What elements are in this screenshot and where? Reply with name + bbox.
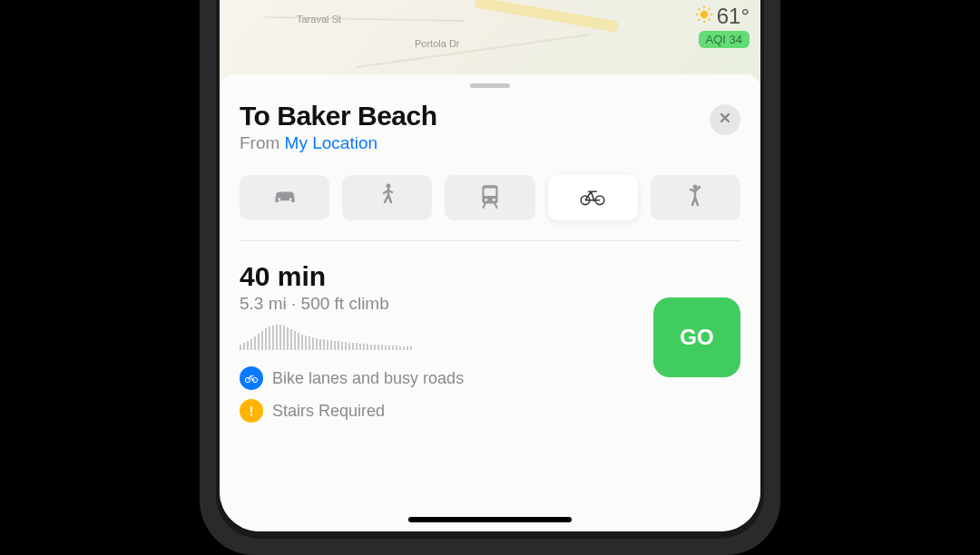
walk-icon	[373, 182, 402, 213]
rideshare-icon	[681, 182, 710, 213]
map-street-label: Portola Dr	[415, 38, 460, 49]
go-button[interactable]: GO	[653, 297, 740, 377]
temp-value: 61°	[717, 4, 750, 29]
svg-line-5	[698, 9, 700, 11]
svg-point-18	[593, 200, 595, 201]
svg-rect-64	[399, 346, 401, 350]
svg-rect-23	[250, 339, 252, 350]
svg-rect-44	[327, 340, 328, 350]
aqi-badge: AQI 34	[699, 31, 750, 48]
route-distance-climb: 5.3 mi · 500 ft climb	[240, 294, 653, 314]
sheet-grabber[interactable]	[470, 83, 510, 88]
svg-rect-49	[345, 342, 347, 350]
svg-line-6	[708, 19, 710, 21]
from-label: From	[240, 133, 285, 152]
svg-rect-54	[363, 344, 365, 350]
svg-rect-45	[330, 340, 332, 350]
svg-rect-34	[290, 329, 292, 350]
svg-rect-56	[370, 345, 372, 350]
transit-icon	[475, 182, 505, 213]
svg-rect-27	[265, 328, 267, 350]
route-info-bike-lanes: Bike lanes and busy roads	[240, 366, 653, 390]
svg-rect-43	[323, 339, 325, 350]
svg-rect-42	[319, 339, 321, 350]
svg-rect-36	[298, 333, 299, 350]
svg-rect-30	[276, 325, 278, 350]
svg-rect-53	[359, 344, 361, 350]
destination-title: To Baker Beach	[240, 101, 437, 131]
weather-widget[interactable]: 61° AQI 34	[695, 4, 750, 48]
mode-tab-bike[interactable]	[548, 175, 638, 220]
map-background[interactable]: Taraval St Portola Dr 61° AQI 34	[220, 0, 760, 82]
from-row: From My Location	[240, 133, 437, 153]
svg-line-7	[698, 19, 700, 21]
route-time: 40 min	[240, 261, 653, 292]
map-street-label: Taraval St	[297, 14, 341, 24]
svg-point-9	[278, 198, 280, 200]
mode-tab-rideshare[interactable]	[651, 175, 740, 220]
destination-header: To Baker Beach From My Location	[240, 101, 437, 153]
close-button[interactable]	[710, 104, 740, 135]
svg-rect-40	[312, 337, 314, 350]
svg-rect-55	[367, 344, 368, 350]
svg-rect-58	[377, 345, 379, 350]
svg-rect-32	[283, 326, 285, 350]
svg-point-14	[485, 199, 487, 201]
from-location-link[interactable]: My Location	[285, 133, 377, 152]
close-icon	[718, 111, 732, 129]
svg-rect-62	[392, 346, 394, 350]
mode-tab-car[interactable]	[240, 175, 329, 220]
info-text: Bike lanes and busy roads	[272, 369, 464, 388]
weather-temperature: 61°	[695, 4, 750, 29]
svg-rect-57	[374, 345, 376, 350]
svg-point-71	[250, 414, 252, 415]
svg-rect-37	[301, 335, 303, 350]
svg-rect-70	[250, 406, 252, 413]
phone-inner: Taraval St Portola Dr 61° AQI 34	[216, 0, 764, 539]
home-indicator[interactable]	[408, 517, 572, 522]
svg-rect-28	[269, 326, 270, 350]
sun-icon	[695, 4, 713, 29]
info-text: Stairs Required	[272, 402, 385, 421]
route-climb: 500 ft climb	[301, 294, 389, 313]
elevation-profile	[240, 323, 450, 350]
transport-mode-tabs	[240, 175, 740, 241]
svg-rect-26	[261, 331, 263, 350]
mode-tab-transit[interactable]	[445, 175, 534, 220]
svg-rect-67	[410, 346, 412, 350]
svg-rect-22	[247, 341, 249, 350]
route-info-stairs: Stairs Required	[240, 399, 653, 423]
svg-point-0	[701, 11, 708, 18]
screen: Taraval St Portola Dr 61° AQI 34	[220, 0, 760, 531]
phone-frame: Taraval St Portola Dr 61° AQI 34	[200, 0, 780, 555]
svg-rect-61	[388, 346, 390, 350]
svg-rect-66	[407, 346, 408, 350]
route-distance: 5.3 mi	[240, 294, 287, 313]
mode-tab-walk[interactable]	[342, 175, 432, 220]
svg-rect-60	[385, 346, 387, 350]
svg-rect-29	[272, 326, 274, 350]
route-details: 40 min 5.3 mi · 500 ft climb	[240, 261, 653, 423]
svg-rect-31	[279, 325, 281, 350]
svg-rect-41	[316, 338, 318, 350]
svg-rect-20	[240, 345, 241, 350]
svg-rect-35	[294, 331, 296, 350]
svg-point-10	[289, 198, 291, 200]
svg-rect-51	[352, 343, 354, 350]
svg-rect-33	[287, 327, 289, 350]
warning-badge-icon	[240, 399, 263, 423]
svg-rect-13	[485, 188, 496, 196]
svg-rect-59	[381, 345, 383, 350]
svg-rect-38	[305, 336, 307, 350]
bike-badge-icon	[240, 366, 263, 390]
svg-rect-39	[309, 336, 310, 350]
svg-rect-63	[396, 346, 397, 350]
svg-rect-25	[258, 334, 260, 350]
svg-rect-21	[243, 343, 245, 350]
car-icon	[270, 182, 299, 213]
svg-point-15	[493, 199, 495, 201]
svg-rect-52	[356, 343, 358, 350]
svg-rect-48	[341, 342, 343, 350]
bike-icon	[578, 182, 607, 213]
svg-line-8	[708, 9, 710, 11]
